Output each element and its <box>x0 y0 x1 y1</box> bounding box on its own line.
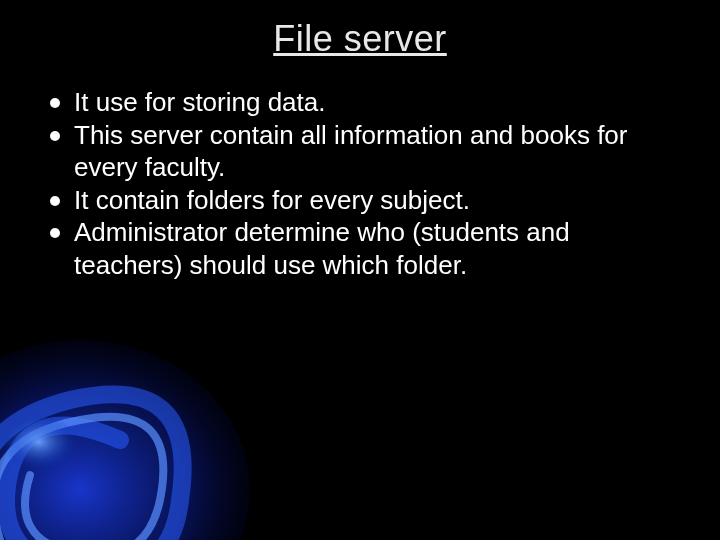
decorative-swirl <box>0 290 280 540</box>
svg-point-0 <box>0 340 250 540</box>
bullet-list: It use for storing data. This server con… <box>40 86 680 281</box>
svg-point-1 <box>0 410 105 490</box>
slide: File server It use for storing data. Thi… <box>0 0 720 540</box>
list-item: It contain folders for every subject. <box>48 184 672 217</box>
list-item: This server contain all information and … <box>48 119 672 184</box>
slide-title: File server <box>40 18 680 60</box>
slide-content: File server It use for storing data. Thi… <box>0 0 720 281</box>
list-item: Administrator determine who (students an… <box>48 216 672 281</box>
list-item: It use for storing data. <box>48 86 672 119</box>
